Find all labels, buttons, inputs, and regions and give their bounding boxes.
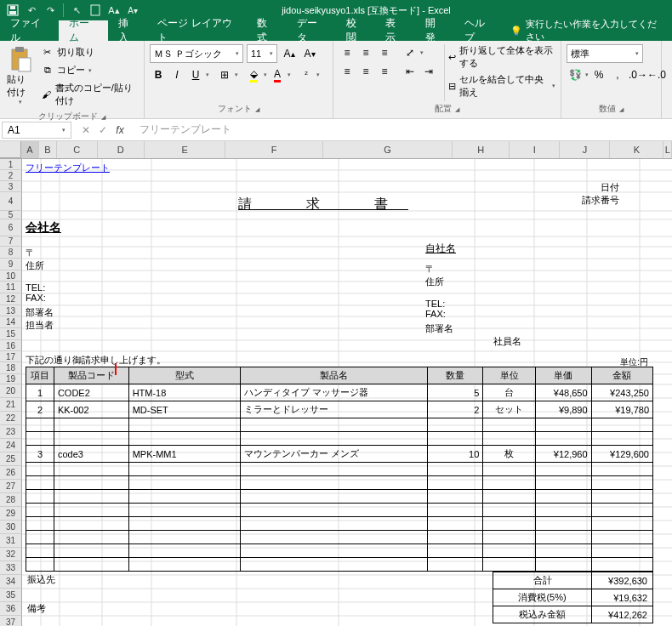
table-row[interactable] — [26, 432, 653, 446]
bold-button[interactable]: B — [150, 66, 167, 83]
template-link[interactable]: フリーテンプレート — [26, 162, 110, 173]
table-row[interactable] — [26, 504, 653, 517]
paste-button[interactable]: 貼り付け ▾ — [5, 44, 37, 109]
svg-rect-5 — [15, 47, 24, 52]
dialog-launcher-icon[interactable]: ◢ — [619, 106, 624, 113]
tab-data[interactable]: データ — [287, 20, 336, 41]
table-row[interactable] — [26, 531, 653, 544]
dec-decimal-button[interactable]: ←.0 — [648, 66, 665, 83]
dialog-launcher-icon[interactable]: ◢ — [101, 114, 105, 121]
tab-help[interactable]: ヘルプ — [454, 20, 504, 41]
table-row[interactable] — [26, 544, 653, 558]
orientation-button[interactable]: ⤢ — [401, 44, 419, 61]
dept-label: 部署名 — [26, 306, 54, 319]
tab-formulas[interactable]: 数式 — [247, 20, 287, 41]
redo-icon[interactable]: ↷ — [44, 4, 56, 16]
ribbon-tabs: ファイル ホーム 挿入 ページ レイアウト 数式 データ 校閲 表示 開発 ヘル… — [0, 20, 672, 41]
new-icon[interactable] — [89, 4, 101, 16]
column-headers[interactable]: ABCDEFGHIJKL — [0, 141, 672, 159]
cut-button[interactable]: ✂切り取り — [40, 44, 139, 60]
wrap-icon: ↩ — [448, 52, 456, 63]
fx-icon[interactable]: fx — [112, 124, 128, 136]
font-inc-icon[interactable]: A▴ — [108, 4, 120, 16]
tab-review[interactable]: 校閲 — [336, 20, 376, 41]
table-row[interactable] — [26, 558, 653, 572]
tab-layout[interactable]: ページ レイアウト — [147, 20, 247, 41]
number-format-select[interactable]: 標準▾ — [567, 44, 643, 63]
undo-icon[interactable]: ↶ — [26, 4, 37, 16]
dialog-launcher-icon[interactable]: ◢ — [455, 106, 459, 113]
copy-button[interactable]: ⧉コピー ▾ — [40, 62, 139, 78]
font-group-label: フォント — [218, 104, 252, 113]
window-title: jidou-seikyusyo1.xls [互換モード] - Excel — [145, 4, 672, 17]
cursor-icon[interactable]: ↖ — [71, 4, 83, 16]
border-button[interactable]: ⊞ — [216, 66, 233, 83]
align-right-button[interactable]: ≡ — [376, 63, 393, 80]
table-row[interactable]: 2KK-002MD-SETミラーとドレッサー2セット¥9,890¥19,780 — [26, 401, 653, 418]
save-icon[interactable] — [7, 4, 19, 16]
font-dec-icon[interactable]: A▾ — [127, 4, 139, 16]
italic-button[interactable]: I — [168, 66, 185, 83]
align-top-button[interactable]: ≡ — [339, 44, 356, 61]
tab-file[interactable]: ファイル — [0, 20, 59, 41]
percent-button[interactable]: % — [590, 66, 607, 83]
align-middle-button[interactable]: ≡ — [357, 44, 374, 61]
font-family-select[interactable]: ＭＳ Ｐゴシック▾ — [150, 44, 243, 63]
table-row[interactable] — [26, 490, 653, 504]
tab-dev[interactable]: 開発 — [415, 20, 455, 41]
remarks-label: 備考 — [27, 602, 46, 615]
svg-rect-1 — [9, 11, 16, 14]
copy-icon: ⧉ — [42, 65, 54, 77]
font-color-button[interactable]: A — [269, 66, 286, 83]
tab-home[interactable]: ホーム — [59, 20, 108, 41]
merge-center-button[interactable]: ⊟セルを結合して中央揃え ▾ — [448, 73, 555, 99]
table-row[interactable] — [26, 517, 653, 531]
table-row[interactable]: 3code3MPK-MM1マウンテンパーカー メンズ10枚¥12,960¥129… — [26, 446, 653, 463]
dialog-launcher-icon[interactable]: ◢ — [255, 106, 259, 113]
comma-button[interactable]: , — [609, 66, 626, 83]
accounting-button[interactable]: 💱 — [567, 66, 584, 83]
grand-value: ¥412,262 — [592, 606, 653, 623]
number-group-label: 数値 — [599, 104, 616, 113]
svg-rect-6 — [19, 58, 31, 71]
cancel-icon[interactable]: ✕ — [78, 124, 94, 136]
invoice-table[interactable]: 項目製品コード型式製品名数量単位単価金額1CODE2HTM-18ハンディタイプ … — [26, 367, 653, 572]
underline-button[interactable]: U — [187, 66, 204, 83]
name-box[interactable]: A1▾ — [2, 122, 71, 139]
notice-text: 下記の通り御請求申し上げます。 — [26, 354, 653, 367]
row-headers[interactable]: 1234567891011121314151617181920212223242… — [0, 159, 22, 626]
tax-value: ¥19,632 — [592, 589, 653, 606]
grow-font-button[interactable]: A▴ — [281, 45, 298, 62]
unit-label: 単位:円 — [620, 356, 648, 368]
postal-label: 〒 — [26, 247, 54, 259]
wrap-text-button[interactable]: ↩折り返して全体を表示する — [448, 44, 555, 70]
shrink-font-button[interactable]: A▾ — [301, 45, 318, 62]
tab-view[interactable]: 表示 — [375, 20, 415, 41]
align-left-button[interactable]: ≡ — [339, 63, 356, 80]
fill-color-button[interactable]: ⬙ — [245, 66, 262, 83]
tell-me[interactable]: 💡 実行したい作業を入力してください — [504, 20, 672, 41]
invoice-no-label: 請求番号 — [582, 194, 619, 207]
enter-icon[interactable]: ✓ — [95, 124, 111, 136]
indent-inc-button[interactable]: ⇥ — [420, 63, 437, 80]
phonetic-button[interactable]: ᶻ — [298, 66, 315, 83]
table-row[interactable]: 1CODE2HTM-18ハンディタイプ マッサージ器5台¥48,650¥243,… — [26, 384, 653, 401]
formula-input[interactable]: フリーテンプレート — [133, 121, 672, 139]
ribbon: 貼り付け ▾ ✂切り取り ⧉コピー ▾ 🖌書式のコピー/貼り付け クリップボード… — [0, 41, 672, 119]
inc-decimal-button[interactable]: .0→ — [629, 66, 646, 83]
table-row[interactable] — [26, 476, 653, 490]
paste-label: 貼り付け — [7, 73, 35, 99]
self-name: 自社名 — [425, 242, 521, 256]
tab-insert[interactable]: 挿入 — [108, 20, 148, 41]
align-bottom-button[interactable]: ≡ — [376, 44, 393, 61]
spreadsheet-grid[interactable]: ABCDEFGHIJKL 123456789101112131415161718… — [0, 141, 672, 626]
tell-me-label: 実行したい作業を入力してください — [526, 18, 665, 43]
doc-title: 請 求 書 — [196, 192, 451, 217]
person-label: 担当者 — [26, 319, 54, 332]
font-size-select[interactable]: 11▾ — [247, 44, 277, 63]
table-row[interactable] — [26, 418, 653, 432]
table-row[interactable] — [26, 463, 653, 476]
indent-dec-button[interactable]: ⇤ — [401, 63, 419, 80]
format-painter-button[interactable]: 🖌書式のコピー/貼り付け — [40, 80, 139, 109]
align-center-button[interactable]: ≡ — [357, 63, 374, 80]
